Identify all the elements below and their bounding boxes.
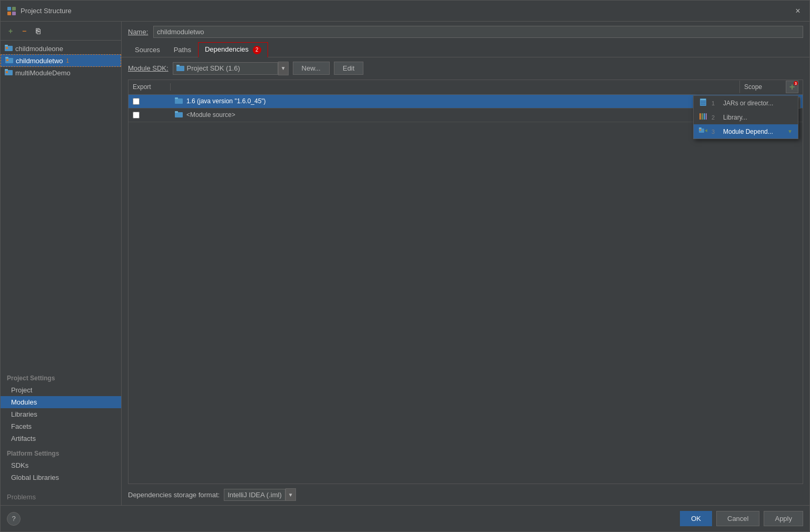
svg-rect-3: [12, 12, 16, 15]
down-arrow-icon: ▼: [787, 129, 793, 134]
sidebar-gap: [1, 484, 121, 489]
module-folder-icon-3: [5, 68, 13, 77]
sdk-edit-button[interactable]: Edit: [334, 62, 363, 75]
dropdown-num-1: 1: [712, 100, 719, 106]
tab-dependencies-label: Dependencies: [205, 45, 249, 53]
dropdown-item-module-dep[interactable]: 3 Module Depend... ▼: [694, 124, 798, 139]
dropdown-item-jars[interactable]: 1 JARs or director...: [694, 96, 798, 110]
sidebar-item-artifacts[interactable]: Artifacts: [1, 432, 121, 445]
name-row: Name:: [122, 22, 809, 42]
svg-rect-29: [175, 97, 178, 99]
svg-rect-9: [6, 59, 8, 61]
dependencies-table: Export Scope + 3: [128, 80, 803, 485]
footer: ? OK Cancel Apply: [1, 505, 809, 531]
svg-rect-5: [5, 45, 8, 46]
svg-rect-11: [5, 69, 8, 71]
sidebar-spacer: [1, 81, 121, 369]
sidebar-item-problems[interactable]: Problems: [1, 489, 121, 505]
module-dep-icon: [699, 127, 707, 136]
svg-marker-27: [705, 129, 707, 132]
sdk-dropdown-arrow[interactable]: ▼: [278, 62, 289, 75]
close-button[interactable]: ×: [793, 6, 803, 16]
cancel-button[interactable]: Cancel: [716, 511, 759, 526]
sidebar-item-libraries[interactable]: Libraries: [1, 408, 121, 420]
right-panel: Name: Sources Paths Dependencies 2 Modul…: [122, 22, 809, 505]
sidebar-sdks-label: SDKs: [11, 461, 28, 469]
main-content: + − ⎘ childmoduleone: [1, 22, 809, 505]
sidebar-item-facets[interactable]: Facets: [1, 420, 121, 432]
tabs-row: Sources Paths Dependencies 2: [122, 42, 809, 57]
dep-table-header: Export Scope + 3: [129, 80, 803, 95]
svg-rect-8: [5, 57, 8, 58]
dep-folder-icon-1: [175, 97, 183, 105]
sidebar-item-modules[interactable]: Modules: [1, 396, 121, 408]
sidebar-problems-label: Problems: [7, 493, 36, 501]
sidebar: + − ⎘ childmoduleone: [1, 22, 122, 505]
dropdown-num-3: 3: [712, 129, 719, 135]
svg-rect-1: [12, 7, 16, 11]
svg-rect-6: [6, 47, 8, 49]
dep-row-checkbox-1[interactable]: [129, 98, 171, 105]
app-icon: [7, 6, 16, 16]
sidebar-artifacts-label: Artifacts: [11, 435, 36, 442]
sdk-select[interactable]: Project SDK (1.6): [173, 62, 278, 75]
copy-module-button[interactable]: ⎘: [32, 25, 44, 37]
add-module-button[interactable]: +: [5, 25, 16, 37]
storage-row: Dependencies storage format: IntelliJ ID…: [122, 484, 809, 505]
add-dependency-dropdown: 1 JARs or director...: [693, 95, 798, 139]
platform-settings-header: Platform Settings: [1, 445, 121, 459]
sdk-folder-icon: [176, 64, 185, 73]
col-export: Export: [129, 83, 171, 91]
library-icon: [699, 113, 707, 122]
module-tree: childmoduleone childmoduletwo 1: [1, 41, 121, 81]
svg-rect-20: [699, 113, 701, 120]
sidebar-item-global-libraries[interactable]: Global Libraries: [1, 471, 121, 484]
tab-sources-label: Sources: [135, 46, 160, 54]
svg-rect-25: [699, 127, 702, 129]
help-button[interactable]: ?: [7, 512, 21, 526]
sidebar-item-sdks[interactable]: SDKs: [1, 459, 121, 471]
dep-name-value-2: <Module source>: [186, 111, 235, 119]
sdk-row: Module SDK: Project SDK (1.6) ▼ New...: [122, 57, 809, 80]
module-name-childmoduletwo: childmoduletwo: [16, 57, 63, 65]
module-name-multimoduledemo: multiModuleDemo: [15, 69, 71, 77]
module-tree-item-childmoduleone[interactable]: childmoduleone: [1, 43, 121, 54]
dep-export-checkbox-2[interactable]: [133, 112, 140, 119]
tab-dependencies[interactable]: Dependencies 2: [198, 42, 268, 57]
project-structure-dialog: Project Structure × + − ⎘: [0, 0, 810, 532]
dropdown-num-2: 2: [712, 114, 719, 121]
sdk-select-container: Project SDK (1.6) ▼: [173, 62, 289, 75]
ok-button[interactable]: OK: [680, 511, 712, 526]
name-input[interactable]: [153, 26, 803, 38]
dep-row-checkbox-2[interactable]: [129, 112, 171, 119]
footer-left: ?: [7, 512, 21, 526]
dropdown-label-library: Library...: [723, 114, 747, 121]
svg-rect-30: [175, 112, 183, 117]
svg-rect-21: [702, 113, 703, 120]
sidebar-project-label: Project: [11, 386, 32, 394]
dropdown-label-module-dep: Module Depend...: [723, 128, 773, 135]
sidebar-item-project[interactable]: Project: [1, 384, 121, 396]
tab-sources[interactable]: Sources: [128, 43, 167, 57]
svg-rect-13: [176, 66, 184, 71]
svg-rect-16: [700, 99, 706, 100]
sidebar-toolbar: + − ⎘: [1, 22, 121, 41]
module-badge-1: 1: [66, 58, 70, 64]
storage-dropdown-arrow[interactable]: ▼: [285, 488, 296, 501]
module-tree-item-childmoduletwo[interactable]: childmoduletwo 1: [1, 54, 121, 67]
sidebar-libraries-label: Libraries: [11, 410, 37, 418]
window-title: Project Structure: [21, 7, 793, 15]
sdk-new-button[interactable]: New...: [293, 62, 330, 75]
svg-rect-22: [704, 113, 705, 120]
dep-export-checkbox-1[interactable]: [133, 98, 140, 105]
module-tree-item-multimoduledemo[interactable]: multiModuleDemo: [1, 67, 121, 78]
tab-paths[interactable]: Paths: [167, 43, 198, 57]
add-dependency-button[interactable]: + 3: [786, 81, 798, 93]
apply-button[interactable]: Apply: [764, 511, 803, 526]
add-dep-container: + 3: [786, 81, 798, 93]
remove-module-button[interactable]: −: [18, 25, 30, 37]
storage-select[interactable]: IntelliJ IDEA (.iml): [224, 489, 285, 501]
dropdown-item-library[interactable]: 2 Library...: [694, 110, 798, 124]
tab-paths-label: Paths: [174, 46, 191, 54]
module-folder-icon-1: [5, 44, 13, 53]
